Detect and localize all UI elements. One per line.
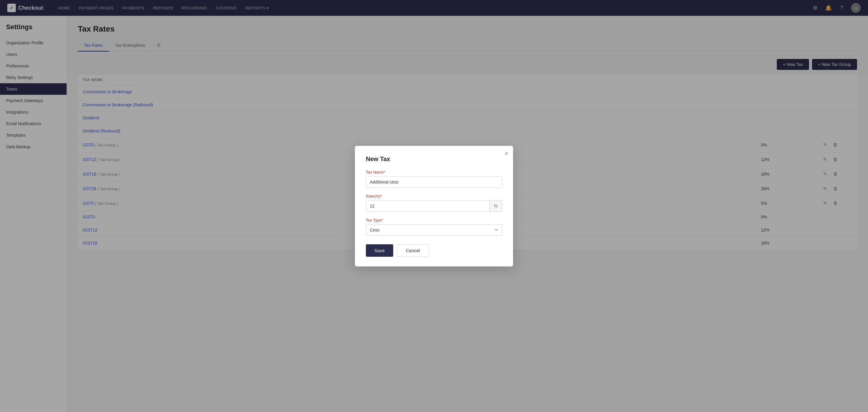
tax-name-field-group: Tax Name*	[366, 170, 502, 188]
modal-overlay[interactable]: New Tax × Tax Name* Rate(%)* % Tax Type*…	[0, 0, 868, 412]
tax-type-field-group: Tax Type* Cess GST IGST VAT Other	[366, 218, 502, 236]
rate-label: Rate(%)*	[366, 194, 502, 198]
rate-field-group: Rate(%)* %	[366, 194, 502, 212]
rate-input[interactable]	[366, 200, 490, 212]
tax-name-input[interactable]	[366, 176, 502, 188]
rate-suffix: %	[490, 200, 502, 212]
modal-close-button[interactable]: ×	[504, 150, 508, 157]
modal-title: New Tax	[366, 156, 502, 163]
save-button[interactable]: Save	[366, 244, 393, 257]
cancel-button[interactable]: Cancel	[397, 244, 429, 257]
modal-footer: Save Cancel	[366, 244, 502, 257]
tax-name-label: Tax Name*	[366, 170, 502, 174]
rate-input-wrapper: %	[366, 200, 502, 212]
tax-type-select[interactable]: Cess GST IGST VAT Other	[366, 224, 502, 236]
new-tax-modal: New Tax × Tax Name* Rate(%)* % Tax Type*…	[355, 146, 513, 267]
tax-type-label: Tax Type*	[366, 218, 502, 222]
